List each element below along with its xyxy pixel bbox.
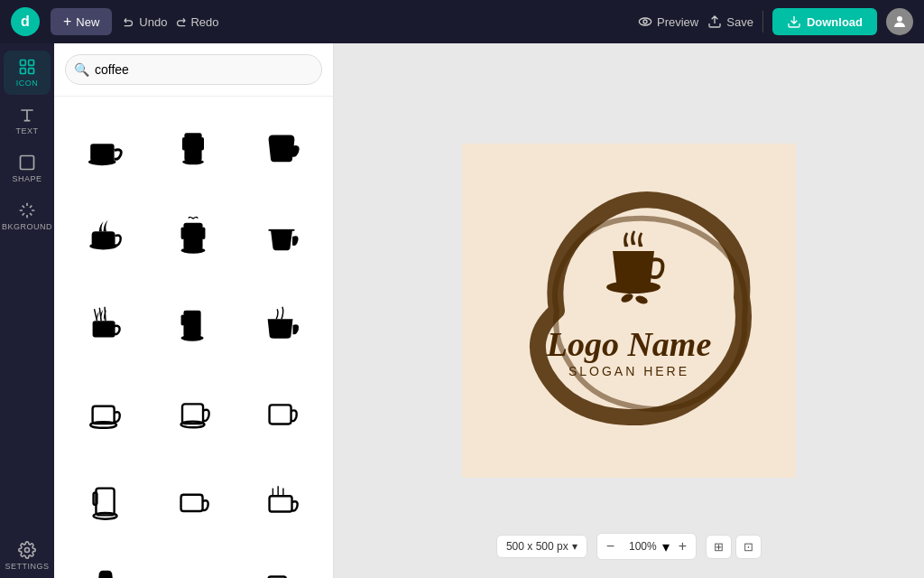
svg-point-55 <box>620 292 634 303</box>
svg-point-54 <box>606 281 661 294</box>
svg-rect-13 <box>182 137 186 150</box>
svg-point-1 <box>643 20 647 23</box>
app-logo: d <box>11 7 40 36</box>
svg-line-24 <box>105 307 106 321</box>
list-item[interactable] <box>237 545 326 578</box>
list-item[interactable] <box>61 280 150 368</box>
topbar: d + New Undo Redo Preview Save Download <box>0 0 924 43</box>
svg-rect-27 <box>181 315 185 326</box>
icon-panel: 🔍 <box>54 43 334 578</box>
zoom-label: 100% <box>624 540 662 553</box>
svg-rect-17 <box>184 222 203 249</box>
svg-rect-11 <box>185 133 202 161</box>
list-item[interactable] <box>61 104 150 192</box>
sidebar-item-icon[interactable]: ICON <box>4 51 51 95</box>
list-item[interactable] <box>150 280 238 368</box>
sidebar-item-shape[interactable]: SHAPE <box>4 146 51 191</box>
list-item[interactable] <box>237 368 326 457</box>
redo-button[interactable]: Redo <box>174 15 218 29</box>
main-layout: ICON TEXT SHAPE BKGROUND SETTINGS 🔍 <box>0 43 924 578</box>
svg-rect-36 <box>181 494 203 510</box>
fit-view-button[interactable]: ⊡ <box>735 535 762 559</box>
avatar[interactable] <box>886 8 913 35</box>
download-button[interactable]: Download <box>772 8 877 35</box>
undo-redo-group: Undo Redo <box>123 15 218 29</box>
svg-text:SLOGAN HERE: SLOGAN HERE <box>568 364 689 378</box>
svg-rect-33 <box>96 488 114 515</box>
sidebar-item-settings[interactable]: SETTINGS <box>4 534 51 578</box>
list-item[interactable] <box>237 192 326 281</box>
view-controls: ⊞ ⊡ <box>706 535 762 559</box>
list-item[interactable] <box>61 545 150 578</box>
svg-line-22 <box>94 309 97 321</box>
svg-point-56 <box>634 294 649 305</box>
preview-button[interactable]: Preview <box>638 14 698 29</box>
icon-grid <box>54 97 333 578</box>
tool-sidebar: ICON TEXT SHAPE BKGROUND SETTINGS <box>0 43 54 578</box>
topbar-divider <box>762 11 763 33</box>
list-item[interactable] <box>150 368 238 457</box>
sidebar-item-text[interactable]: TEXT <box>4 98 51 143</box>
canvas-area: Logo Name SLOGAN HERE 500 x 500 px ▾ − 1… <box>334 43 924 578</box>
svg-rect-9 <box>90 144 114 161</box>
svg-point-12 <box>182 159 204 164</box>
new-button[interactable]: + New <box>51 8 112 35</box>
list-item[interactable] <box>237 457 326 545</box>
svg-point-8 <box>25 548 30 553</box>
topbar-right-actions: Preview Save Download <box>638 8 913 35</box>
search-icon: 🔍 <box>74 62 89 77</box>
svg-rect-3 <box>21 61 26 66</box>
canvas-footer: 500 x 500 px ▾ − 100% ▾ + ⊞ ⊡ <box>496 533 762 560</box>
size-dropdown[interactable]: 500 x 500 px ▾ <box>496 535 587 558</box>
list-item[interactable] <box>150 545 238 578</box>
search-box: 🔍 <box>54 43 333 97</box>
chevron-down-icon: ▾ <box>572 540 578 553</box>
search-input[interactable] <box>65 54 322 85</box>
svg-rect-4 <box>29 61 34 66</box>
svg-text:Logo Name: Logo Name <box>546 325 712 363</box>
svg-point-26 <box>181 335 204 341</box>
svg-rect-21 <box>92 321 115 337</box>
svg-rect-19 <box>181 227 185 238</box>
logo-design: Logo Name SLOGAN HERE <box>462 144 796 478</box>
zoom-out-button[interactable]: − <box>597 534 624 559</box>
chevron-down-icon-zoom: ▾ <box>662 538 670 555</box>
grid-view-button[interactable]: ⊞ <box>706 535 732 559</box>
svg-rect-5 <box>21 69 26 74</box>
svg-rect-14 <box>201 137 205 150</box>
list-item[interactable] <box>237 104 326 192</box>
svg-rect-32 <box>270 405 291 424</box>
save-button[interactable]: Save <box>707 14 753 29</box>
svg-point-2 <box>897 16 902 22</box>
list-item[interactable] <box>61 368 150 457</box>
list-item[interactable] <box>61 192 150 281</box>
zoom-in-button[interactable]: + <box>670 534 696 559</box>
svg-point-0 <box>639 18 651 25</box>
svg-line-23 <box>99 308 101 321</box>
list-item[interactable] <box>61 457 150 545</box>
svg-rect-16 <box>91 231 115 246</box>
svg-rect-20 <box>202 227 206 238</box>
list-item[interactable] <box>150 457 238 545</box>
sidebar-item-background[interactable]: BKGROUND <box>4 194 51 238</box>
svg-rect-6 <box>29 69 34 74</box>
undo-button[interactable]: Undo <box>123 15 167 29</box>
list-item[interactable] <box>237 280 326 368</box>
list-item[interactable] <box>150 104 238 192</box>
svg-point-29 <box>90 422 116 428</box>
list-item[interactable] <box>150 192 238 281</box>
svg-point-10 <box>88 158 116 165</box>
svg-rect-25 <box>184 311 201 338</box>
canvas-wrapper[interactable]: Logo Name SLOGAN HERE <box>462 144 796 478</box>
svg-rect-37 <box>270 496 292 511</box>
svg-rect-7 <box>21 156 34 170</box>
svg-point-18 <box>181 247 206 254</box>
zoom-control: − 100% ▾ + <box>596 533 697 560</box>
